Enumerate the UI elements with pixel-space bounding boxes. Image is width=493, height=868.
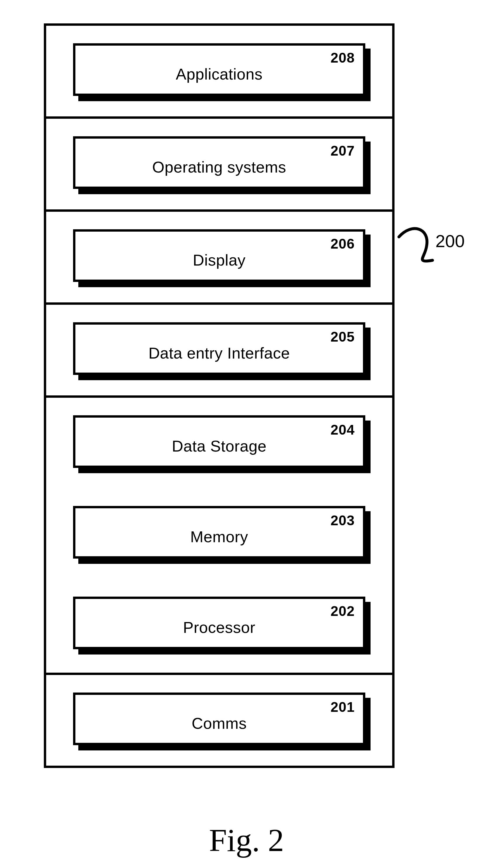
block-label: Processor bbox=[76, 618, 363, 636]
ref-number: 204 bbox=[330, 422, 355, 438]
block-data-storage: 204 Data Storage bbox=[73, 415, 365, 468]
block-label: Data entry Interface bbox=[76, 344, 363, 362]
block-label: Data Storage bbox=[76, 437, 363, 455]
block-face: 201 Comms bbox=[73, 693, 365, 745]
block-label: Display bbox=[76, 251, 363, 269]
section-data-entry: 205 Data entry Interface bbox=[46, 305, 392, 398]
block-operating-systems: 207 Operating systems bbox=[73, 136, 365, 189]
block-face: 204 Data Storage bbox=[73, 415, 365, 468]
ref-number: 207 bbox=[330, 143, 355, 159]
block-applications: 208 Applications bbox=[73, 43, 365, 96]
block-label: Operating systems bbox=[76, 158, 363, 176]
block-face: 206 Display bbox=[73, 229, 365, 282]
block-face: 207 Operating systems bbox=[73, 136, 365, 189]
block-display: 206 Display bbox=[73, 229, 365, 282]
block-face: 202 Processor bbox=[73, 597, 365, 649]
block-face: 203 Memory bbox=[73, 506, 365, 559]
section-hardware: 204 Data Storage 203 Memory 202 Processo… bbox=[46, 398, 392, 675]
ref-number: 202 bbox=[330, 603, 355, 619]
section-operating-systems: 207 Operating systems bbox=[46, 119, 392, 212]
ref-number: 201 bbox=[330, 699, 355, 715]
block-label: Memory bbox=[76, 528, 363, 546]
block-memory: 203 Memory bbox=[73, 506, 365, 559]
block-face: 208 Applications bbox=[73, 43, 365, 96]
block-label: Comms bbox=[76, 714, 363, 732]
figure-caption: Fig. 2 bbox=[0, 822, 493, 859]
figure-page: 208 Applications 207 Operating systems 2… bbox=[0, 0, 493, 868]
block-label: Applications bbox=[76, 65, 363, 83]
ref-number: 206 bbox=[330, 236, 355, 252]
section-display: 206 Display bbox=[46, 212, 392, 305]
block-processor: 202 Processor bbox=[73, 597, 365, 649]
ref-number: 205 bbox=[330, 329, 355, 345]
section-comms: 201 Comms bbox=[46, 675, 392, 766]
block-data-entry-interface: 205 Data entry Interface bbox=[73, 322, 365, 375]
device-stack-container: 208 Applications 207 Operating systems 2… bbox=[44, 23, 394, 768]
ref-number: 208 bbox=[330, 50, 355, 66]
block-comms: 201 Comms bbox=[73, 693, 365, 745]
block-face: 205 Data entry Interface bbox=[73, 322, 365, 375]
pointer-ref-number: 200 bbox=[435, 231, 465, 251]
ref-number: 203 bbox=[330, 512, 355, 529]
section-applications: 208 Applications bbox=[46, 26, 392, 119]
